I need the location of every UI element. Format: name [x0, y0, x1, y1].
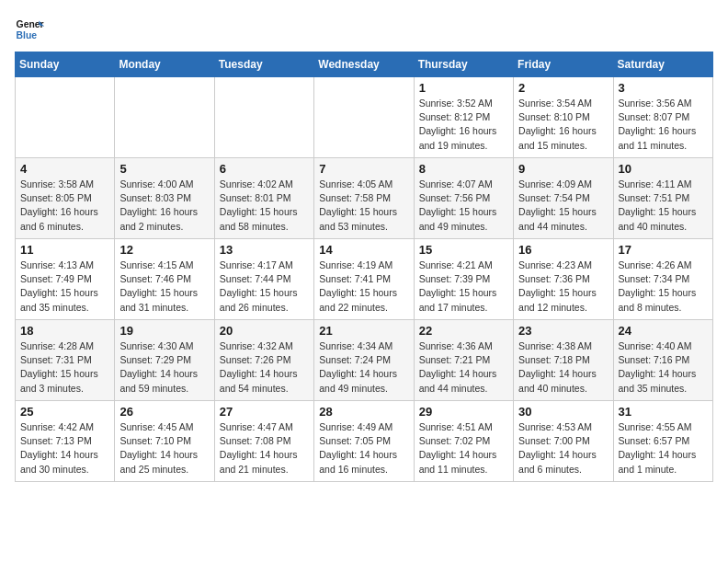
- calendar-cell: 20Sunrise: 4:32 AM Sunset: 7:26 PM Dayli…: [214, 320, 313, 401]
- calendar-cell: 1Sunrise: 3:52 AM Sunset: 8:12 PM Daylig…: [414, 77, 513, 158]
- calendar-cell: 22Sunrise: 4:36 AM Sunset: 7:21 PM Dayli…: [414, 320, 513, 401]
- calendar-cell: 8Sunrise: 4:07 AM Sunset: 7:56 PM Daylig…: [414, 158, 513, 239]
- calendar-cell: 26Sunrise: 4:45 AM Sunset: 7:10 PM Dayli…: [115, 401, 214, 482]
- calendar-cell: [115, 77, 214, 158]
- weekday-header: Tuesday: [214, 52, 313, 77]
- calendar-cell: 25Sunrise: 4:42 AM Sunset: 7:13 PM Dayli…: [16, 401, 115, 482]
- day-number: 23: [518, 324, 608, 338]
- calendar-cell: 4Sunrise: 3:58 AM Sunset: 8:05 PM Daylig…: [16, 158, 115, 239]
- calendar-week-row: 18Sunrise: 4:28 AM Sunset: 7:31 PM Dayli…: [16, 320, 713, 401]
- day-info: Sunrise: 4:51 AM Sunset: 7:02 PM Dayligh…: [419, 420, 508, 477]
- day-number: 27: [220, 405, 309, 419]
- calendar-cell: 3Sunrise: 3:56 AM Sunset: 8:07 PM Daylig…: [613, 77, 712, 158]
- day-info: Sunrise: 4:30 AM Sunset: 7:29 PM Dayligh…: [119, 339, 209, 396]
- day-info: Sunrise: 3:52 AM Sunset: 8:12 PM Dayligh…: [419, 97, 508, 153]
- calendar-cell: 2Sunrise: 3:54 AM Sunset: 8:10 PM Daylig…: [514, 77, 613, 158]
- day-info: Sunrise: 4:34 AM Sunset: 7:24 PM Dayligh…: [319, 339, 408, 396]
- day-number: 29: [419, 405, 508, 419]
- calendar-week-row: 25Sunrise: 4:42 AM Sunset: 7:13 PM Dayli…: [16, 401, 713, 482]
- day-info: Sunrise: 4:02 AM Sunset: 8:01 PM Dayligh…: [220, 178, 309, 234]
- day-number: 22: [419, 324, 508, 338]
- calendar-cell: 7Sunrise: 4:05 AM Sunset: 7:58 PM Daylig…: [314, 158, 414, 239]
- day-number: 30: [518, 405, 608, 419]
- logo: General Blue: [15, 15, 48, 44]
- day-info: Sunrise: 4:32 AM Sunset: 7:26 PM Dayligh…: [220, 339, 309, 396]
- day-info: Sunrise: 4:40 AM Sunset: 7:16 PM Dayligh…: [619, 339, 708, 396]
- day-number: 3: [619, 81, 708, 95]
- day-number: 12: [119, 243, 209, 257]
- calendar-week-row: 4Sunrise: 3:58 AM Sunset: 8:05 PM Daylig…: [16, 158, 713, 239]
- day-info: Sunrise: 4:53 AM Sunset: 7:00 PM Dayligh…: [518, 420, 608, 477]
- calendar-cell: 11Sunrise: 4:13 AM Sunset: 7:49 PM Dayli…: [16, 239, 115, 320]
- day-number: 28: [319, 405, 408, 419]
- calendar-cell: 28Sunrise: 4:49 AM Sunset: 7:05 PM Dayli…: [314, 401, 414, 482]
- day-info: Sunrise: 4:38 AM Sunset: 7:18 PM Dayligh…: [518, 339, 608, 396]
- day-info: Sunrise: 4:55 AM Sunset: 6:57 PM Dayligh…: [619, 420, 708, 477]
- day-number: 20: [220, 324, 309, 338]
- day-number: 16: [518, 243, 608, 257]
- calendar-cell: 6Sunrise: 4:02 AM Sunset: 8:01 PM Daylig…: [214, 158, 313, 239]
- day-info: Sunrise: 4:28 AM Sunset: 7:31 PM Dayligh…: [20, 339, 109, 396]
- day-number: 6: [220, 162, 309, 176]
- day-info: Sunrise: 4:07 AM Sunset: 7:56 PM Dayligh…: [419, 178, 508, 234]
- day-info: Sunrise: 4:23 AM Sunset: 7:36 PM Dayligh…: [518, 259, 608, 315]
- calendar-cell: 12Sunrise: 4:15 AM Sunset: 7:46 PM Dayli…: [115, 239, 214, 320]
- day-info: Sunrise: 4:13 AM Sunset: 7:49 PM Dayligh…: [20, 259, 109, 315]
- day-info: Sunrise: 4:21 AM Sunset: 7:39 PM Dayligh…: [419, 259, 508, 315]
- day-number: 17: [619, 243, 708, 257]
- day-info: Sunrise: 4:42 AM Sunset: 7:13 PM Dayligh…: [20, 420, 109, 477]
- calendar-table: SundayMondayTuesdayWednesdayThursdayFrid…: [15, 52, 713, 482]
- day-number: 1: [419, 81, 508, 95]
- day-number: 14: [319, 243, 408, 257]
- day-number: 4: [20, 162, 109, 176]
- logo-icon: General Blue: [15, 15, 44, 44]
- day-info: Sunrise: 4:17 AM Sunset: 7:44 PM Dayligh…: [220, 259, 309, 315]
- day-info: Sunrise: 3:54 AM Sunset: 8:10 PM Dayligh…: [518, 97, 608, 153]
- day-info: Sunrise: 4:49 AM Sunset: 7:05 PM Dayligh…: [319, 420, 408, 477]
- calendar-cell: 17Sunrise: 4:26 AM Sunset: 7:34 PM Dayli…: [613, 239, 712, 320]
- day-info: Sunrise: 4:15 AM Sunset: 7:46 PM Dayligh…: [119, 259, 209, 315]
- day-number: 25: [20, 405, 109, 419]
- calendar-cell: 15Sunrise: 4:21 AM Sunset: 7:39 PM Dayli…: [414, 239, 513, 320]
- calendar-cell: [314, 77, 414, 158]
- day-number: 10: [619, 162, 708, 176]
- calendar-cell: 18Sunrise: 4:28 AM Sunset: 7:31 PM Dayli…: [16, 320, 115, 401]
- calendar-cell: 14Sunrise: 4:19 AM Sunset: 7:41 PM Dayli…: [314, 239, 414, 320]
- calendar-week-row: 11Sunrise: 4:13 AM Sunset: 7:49 PM Dayli…: [16, 239, 713, 320]
- day-number: 5: [119, 162, 209, 176]
- weekday-header: Sunday: [16, 52, 115, 77]
- day-number: 31: [619, 405, 708, 419]
- calendar-cell: 16Sunrise: 4:23 AM Sunset: 7:36 PM Dayli…: [514, 239, 613, 320]
- day-number: 21: [319, 324, 408, 338]
- day-number: 19: [119, 324, 209, 338]
- calendar-cell: 27Sunrise: 4:47 AM Sunset: 7:08 PM Dayli…: [214, 401, 313, 482]
- calendar-cell: 19Sunrise: 4:30 AM Sunset: 7:29 PM Dayli…: [115, 320, 214, 401]
- calendar-cell: 5Sunrise: 4:00 AM Sunset: 8:03 PM Daylig…: [115, 158, 214, 239]
- day-number: 9: [518, 162, 608, 176]
- day-number: 18: [20, 324, 109, 338]
- calendar-cell: 10Sunrise: 4:11 AM Sunset: 7:51 PM Dayli…: [613, 158, 712, 239]
- svg-text:Blue: Blue: [17, 30, 38, 40]
- day-info: Sunrise: 4:36 AM Sunset: 7:21 PM Dayligh…: [419, 339, 508, 396]
- calendar-cell: 21Sunrise: 4:34 AM Sunset: 7:24 PM Dayli…: [314, 320, 414, 401]
- day-info: Sunrise: 3:56 AM Sunset: 8:07 PM Dayligh…: [619, 97, 708, 153]
- day-info: Sunrise: 4:47 AM Sunset: 7:08 PM Dayligh…: [220, 420, 309, 477]
- day-info: Sunrise: 4:00 AM Sunset: 8:03 PM Dayligh…: [119, 178, 209, 234]
- calendar-cell: 23Sunrise: 4:38 AM Sunset: 7:18 PM Dayli…: [514, 320, 613, 401]
- day-number: 8: [419, 162, 508, 176]
- day-info: Sunrise: 4:11 AM Sunset: 7:51 PM Dayligh…: [619, 178, 708, 234]
- calendar-cell: 30Sunrise: 4:53 AM Sunset: 7:00 PM Dayli…: [514, 401, 613, 482]
- day-number: 24: [619, 324, 708, 338]
- day-number: 26: [119, 405, 209, 419]
- day-number: 15: [419, 243, 508, 257]
- calendar-week-row: 1Sunrise: 3:52 AM Sunset: 8:12 PM Daylig…: [16, 77, 713, 158]
- weekday-header: Thursday: [414, 52, 513, 77]
- weekday-header: Friday: [514, 52, 613, 77]
- day-number: 11: [20, 243, 109, 257]
- calendar-cell: 24Sunrise: 4:40 AM Sunset: 7:16 PM Dayli…: [613, 320, 712, 401]
- calendar-cell: 29Sunrise: 4:51 AM Sunset: 7:02 PM Dayli…: [414, 401, 513, 482]
- calendar-cell: [16, 77, 115, 158]
- day-info: Sunrise: 4:45 AM Sunset: 7:10 PM Dayligh…: [119, 420, 209, 477]
- calendar-header-row: SundayMondayTuesdayWednesdayThursdayFrid…: [16, 52, 713, 77]
- calendar-cell: 9Sunrise: 4:09 AM Sunset: 7:54 PM Daylig…: [514, 158, 613, 239]
